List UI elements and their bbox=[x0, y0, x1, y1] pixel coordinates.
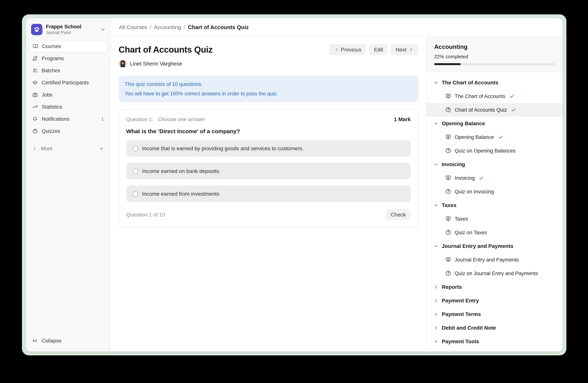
body-row: Chart of Accounts Quiz Previous Edit bbox=[111, 36, 563, 352]
sidebar-item-programs[interactable]: Programs bbox=[29, 53, 107, 64]
question-card: Question 1: Choose one answer 1 Mark Wha… bbox=[119, 109, 418, 228]
workspace-text: Frappe School Jannat Patel bbox=[46, 24, 97, 35]
chapter-payment-tools[interactable]: Payment Tools bbox=[427, 335, 563, 348]
course-progress-bar bbox=[434, 63, 555, 65]
sidebar: Frappe School Jannat Patel CoursesProgra… bbox=[26, 18, 111, 352]
sidebar-item-courses[interactable]: Courses bbox=[29, 41, 107, 52]
answer-option-label: Income earned on bank deposits bbox=[142, 168, 219, 174]
sidebar-item-quizzes[interactable]: Quizzes bbox=[29, 125, 107, 137]
notification-count-badge: 1 bbox=[101, 116, 104, 122]
collapse-sidebar-button[interactable]: Collapse bbox=[29, 334, 107, 347]
breadcrumb-separator: / bbox=[150, 24, 151, 30]
workspace-switcher[interactable]: Frappe School Jannat Patel bbox=[29, 18, 107, 40]
sidebar-item-label: Statistics bbox=[42, 104, 104, 110]
lesson-quiz-on-taxes[interactable]: Quiz on Taxes bbox=[427, 226, 563, 239]
lesson-title: Quiz on Taxes bbox=[455, 230, 487, 235]
avatar bbox=[119, 59, 127, 68]
chapter-invoicing[interactable]: Invoicing bbox=[427, 157, 563, 171]
frappe-school-logo-icon bbox=[31, 24, 42, 35]
edit-button[interactable]: Edit bbox=[369, 44, 388, 55]
chapter-opening-balance[interactable]: Opening Balance bbox=[427, 116, 563, 130]
lesson-opening-balance[interactable]: Opening Balance bbox=[427, 130, 563, 144]
monitor-play-icon bbox=[445, 134, 451, 140]
author-row: Linet Sherin Varghese bbox=[119, 59, 418, 68]
frappe-school-app: Frappe School Jannat Patel CoursesProgra… bbox=[26, 18, 563, 352]
chapter-the-chart-of-accounts[interactable]: The Chart of Accounts bbox=[427, 76, 563, 89]
lesson-invoicing[interactable]: Invoicing bbox=[427, 171, 563, 185]
breadcrumb-current: Chart of Accounts Quiz bbox=[188, 24, 249, 30]
lesson-title: Journal Entry and Payments bbox=[455, 257, 519, 263]
chapter-payment-entry[interactable]: Payment Entry bbox=[427, 294, 563, 307]
book-open-icon bbox=[33, 44, 38, 49]
monitor-play-icon bbox=[445, 257, 451, 263]
chapter-payment-terms[interactable]: Payment Terms bbox=[427, 307, 563, 321]
chapter-title: Payment Tools bbox=[442, 338, 479, 345]
answer-option-3[interactable]: Income earned from investments bbox=[126, 185, 411, 202]
lesson-title: Opening Balance bbox=[455, 134, 494, 140]
chevron-down-icon bbox=[100, 27, 106, 32]
sidebar-item-label: Programs bbox=[42, 56, 104, 61]
chevron-right-icon bbox=[409, 47, 413, 52]
plus-icon[interactable] bbox=[99, 146, 104, 151]
chapter-title: Payment Entry bbox=[442, 297, 479, 304]
app-window: Frappe School Jannat Patel CoursesProgra… bbox=[22, 14, 567, 355]
lesson-quiz-on-journal-entry-and-payments[interactable]: Quiz on Journal Entry and Payments bbox=[427, 267, 563, 280]
help-circle-icon bbox=[445, 148, 451, 154]
lesson-taxes[interactable]: Taxes bbox=[427, 212, 563, 226]
users-icon bbox=[32, 68, 38, 74]
sidebar-item-label: Quizzes bbox=[42, 129, 104, 134]
question-text: What is the 'Direct Income' of a company… bbox=[126, 128, 411, 134]
course-progress-fill bbox=[434, 63, 461, 65]
monitor-play-icon bbox=[445, 175, 451, 181]
help-circle-icon bbox=[445, 270, 451, 276]
lesson-journal-entry-and-payments[interactable]: Journal Entry and Payments bbox=[427, 253, 563, 267]
help-circle-icon bbox=[445, 189, 451, 194]
chapter-title: The Chart of Accounts bbox=[442, 79, 498, 86]
chapter-reports[interactable]: Reports bbox=[427, 280, 563, 294]
chapter-debit-and-credit-note[interactable]: Debit and Credit Note bbox=[427, 321, 563, 335]
sidebar-item-batches[interactable]: Batches bbox=[29, 65, 107, 77]
question-marks: 1 Mark bbox=[394, 116, 411, 122]
chevron-right-icon bbox=[433, 339, 438, 344]
sidebar-item-statistics[interactable]: Statistics bbox=[29, 101, 107, 113]
lesson-the-chart-of-accounts[interactable]: The Chart of Accounts bbox=[427, 89, 563, 103]
chevron-down-icon bbox=[433, 121, 438, 126]
chevron-down-icon bbox=[433, 203, 438, 208]
lesson-chart-of-accounts-quiz[interactable]: Chart of Accounts Quiz bbox=[427, 103, 563, 116]
check-button[interactable]: Check bbox=[386, 209, 411, 220]
check-label: Check bbox=[391, 211, 406, 218]
screen: Frappe School Jannat Patel CoursesProgra… bbox=[0, 0, 588, 383]
chevron-down-icon bbox=[433, 162, 438, 167]
chevron-right-icon bbox=[433, 298, 438, 303]
breadcrumb-accounting[interactable]: Accounting bbox=[154, 24, 181, 30]
course-outline-header: Accounting 22% completed bbox=[427, 36, 563, 72]
radio-button-icon[interactable] bbox=[133, 146, 138, 151]
sidebar-item-notifications[interactable]: Notifications1 bbox=[29, 113, 107, 125]
lesson-quiz-on-invoicing[interactable]: Quiz on Invoicing bbox=[427, 185, 563, 198]
check-icon bbox=[511, 107, 516, 112]
sidebar-item-certified-participants[interactable]: Certified Participants bbox=[29, 77, 107, 89]
radio-button-icon[interactable] bbox=[133, 191, 138, 197]
sidebar-item-jobs[interactable]: Jobs bbox=[29, 89, 107, 101]
answer-option-1[interactable]: Income that is earned by providing goods… bbox=[126, 140, 411, 157]
chevron-right-icon bbox=[433, 325, 438, 330]
breadcrumb-all-courses[interactable]: All Courses bbox=[119, 24, 147, 30]
chapter-title: Opening Balance bbox=[442, 120, 485, 126]
chapter-taxes[interactable]: Taxes bbox=[427, 198, 563, 212]
quiz-notice: This quiz consists of 10 questions. You … bbox=[119, 76, 418, 102]
edit-label: Edit bbox=[374, 47, 383, 53]
help-circle-icon bbox=[445, 229, 451, 235]
answer-option-2[interactable]: Income earned on bank deposits bbox=[126, 163, 411, 179]
radio-button-icon[interactable] bbox=[133, 168, 138, 174]
next-button[interactable]: Next bbox=[391, 44, 418, 55]
help-circle-icon bbox=[32, 129, 38, 134]
sidebar-item-label: Notifications bbox=[42, 116, 97, 122]
chapter-journal-entry-and-payments[interactable]: Journal Entry and Payments bbox=[427, 239, 563, 253]
chevron-right-icon bbox=[32, 146, 37, 151]
lesson-quiz-on-opening-balances[interactable]: Quiz on Opening Balances bbox=[427, 144, 563, 157]
next-label: Next bbox=[396, 47, 406, 53]
sidebar-item-more[interactable]: More bbox=[29, 143, 107, 154]
lesson-title: Invoicing bbox=[455, 175, 475, 181]
graduation-cap-icon bbox=[32, 80, 38, 86]
previous-button[interactable]: Previous bbox=[329, 44, 366, 55]
